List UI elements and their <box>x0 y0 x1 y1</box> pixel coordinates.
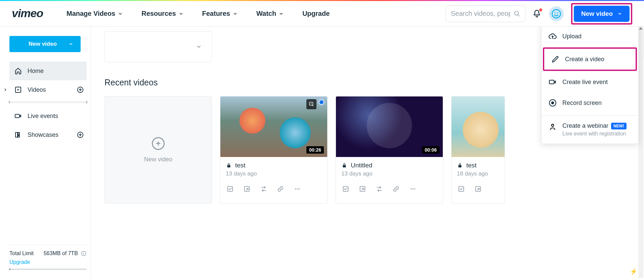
play-sq-icon <box>14 86 22 94</box>
sidebar-item-home[interactable]: Home <box>9 62 87 80</box>
person-icon <box>548 122 557 131</box>
card-actions <box>452 181 505 199</box>
folder-selector[interactable] <box>104 31 212 62</box>
info-icon[interactable] <box>81 250 87 256</box>
card-title-row: Untitled <box>341 162 437 169</box>
chevron-down-icon <box>118 11 123 16</box>
nav-item-features[interactable]: Features <box>198 10 242 17</box>
nav-item-watch[interactable]: Watch <box>252 10 288 17</box>
search-input[interactable] <box>451 10 510 17</box>
menu-item-label: Create a video <box>565 56 604 63</box>
svg-text:vimeo: vimeo <box>12 8 43 19</box>
video-card[interactable]: 00:06Untitled13 days ago <box>336 96 443 204</box>
video-thumbnail[interactable]: 00:06 <box>336 96 443 157</box>
bolt-icon: ⚡ <box>630 268 637 275</box>
review-icon[interactable] <box>226 185 234 193</box>
sidebar-footer: Total Limit 563MB of 7TB Upgrade <box>9 245 87 278</box>
nav-label: Upgrade <box>302 10 330 17</box>
menu-item-upload[interactable]: Upload <box>542 27 638 47</box>
nav-label: Manage Videos <box>67 10 115 17</box>
more-icon[interactable] <box>294 185 301 193</box>
new-video-card-label: New video <box>144 156 172 163</box>
more-icon[interactable] <box>409 185 417 193</box>
nav-label: Features <box>202 10 230 17</box>
showcase-icon <box>14 131 22 139</box>
chevron-down-icon <box>196 44 202 49</box>
nav-label: Resources <box>141 10 176 17</box>
menu-item-record-screen[interactable]: Record screen <box>542 92 638 113</box>
new-video-button-highlight: New video <box>571 3 632 25</box>
chevron-down-icon <box>279 11 284 16</box>
face-icon <box>551 9 561 19</box>
total-limit-label: Total Limit <box>9 250 34 256</box>
chevron-down-icon <box>233 11 238 16</box>
chevron-right-icon <box>3 88 7 92</box>
nav-item-resources[interactable]: Resources <box>137 10 188 17</box>
card-body: test13 days ago <box>220 157 327 181</box>
webinar-title: Create a webinar <box>562 122 608 129</box>
selection-dot[interactable] <box>318 99 325 105</box>
menu-item-label: Create live event <box>562 79 608 86</box>
card-actions <box>220 181 327 199</box>
menu-divider <box>542 115 638 116</box>
plus-icon: + <box>152 137 165 150</box>
nav-item-upgrade[interactable]: Upgrade <box>298 10 334 17</box>
nav-item-manage-videos[interactable]: Manage Videos <box>62 10 127 17</box>
search-box[interactable] <box>446 5 525 22</box>
lock-icon <box>457 162 463 168</box>
share-icon[interactable] <box>359 185 366 193</box>
video-title: test <box>235 162 246 169</box>
card-title-row: test <box>457 162 499 169</box>
menu-item-create-live-event[interactable]: Create live event <box>542 72 638 92</box>
video-title: Untitled <box>351 162 372 169</box>
upgrade-link[interactable]: Upgrade <box>9 259 30 265</box>
notification-dot <box>539 8 542 11</box>
home-icon <box>14 67 22 75</box>
limit-progress-bar <box>9 269 87 270</box>
new-video-card[interactable]: + New video <box>104 96 212 204</box>
review-icon[interactable] <box>342 185 349 193</box>
avatar-button[interactable] <box>549 6 564 21</box>
share-icon[interactable] <box>243 185 251 193</box>
sidebar-new-video-button[interactable]: New video <box>9 36 81 52</box>
notifications-button[interactable] <box>532 9 542 18</box>
menu-item-create-a-video[interactable]: Create a video <box>543 47 637 71</box>
video-date: 18 days ago <box>457 170 499 177</box>
menu-item-label: Record screen <box>562 100 602 107</box>
sidebar-new-video-label: New video <box>17 41 69 47</box>
card-body: test18 days ago <box>452 157 505 181</box>
sidebar-item-showcases[interactable]: Showcases <box>9 125 87 144</box>
share-icon[interactable] <box>474 185 482 193</box>
replace-icon[interactable] <box>260 185 267 193</box>
duration-badge: 00:06 <box>422 146 439 154</box>
video-title: test <box>466 162 477 169</box>
vimeo-logo[interactable]: vimeo <box>12 8 53 20</box>
video-card[interactable]: 00:26test13 days ago <box>220 96 328 204</box>
sidebar-item-label: Videos <box>28 86 46 93</box>
link-icon[interactable] <box>277 185 284 193</box>
sidebar-mini-scrollbar[interactable] <box>9 101 87 103</box>
scrollbar[interactable] <box>638 27 643 278</box>
link-icon[interactable] <box>392 185 400 193</box>
sidebar-item-label: Home <box>28 68 44 75</box>
sidebar-item-label: Live events <box>28 113 58 120</box>
video-date: 13 days ago <box>226 170 322 177</box>
plus-circle-icon[interactable] <box>77 131 84 138</box>
video-thumbnail[interactable] <box>452 96 505 157</box>
sidebar-item-live-events[interactable]: Live events <box>9 107 87 125</box>
video-card[interactable]: test18 days ago <box>451 96 505 204</box>
edit-icon[interactable] <box>306 99 316 109</box>
plus-circle-icon[interactable] <box>77 86 84 93</box>
search-icon <box>514 10 520 17</box>
video-thumbnail[interactable]: 00:26 <box>220 96 327 157</box>
review-icon[interactable] <box>458 185 465 193</box>
video-date: 13 days ago <box>341 170 437 177</box>
lock-icon <box>341 162 347 168</box>
menu-item-create-webinar[interactable]: Create a webinarNEW!Live event with regi… <box>542 118 638 142</box>
new-video-button[interactable]: New video <box>574 6 630 22</box>
sidebar-item-videos[interactable]: Videos <box>9 80 87 99</box>
replace-icon[interactable] <box>376 185 383 193</box>
card-actions <box>336 181 443 199</box>
live-icon <box>14 112 22 120</box>
top-nav: vimeo Manage VideosResourcesFeaturesWatc… <box>0 1 644 27</box>
